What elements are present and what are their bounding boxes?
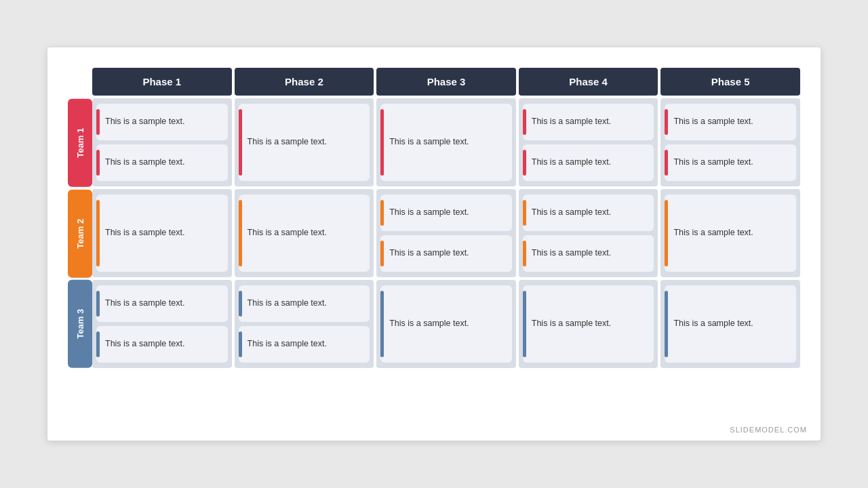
card-text: This is a sample text. (673, 291, 791, 357)
team-label-1: Team 1 (68, 99, 92, 187)
card-text: This is a sample text. (532, 109, 649, 135)
card-team1-phase1-2: This is a sample text. (96, 144, 228, 181)
card-team2-phase4-1: This is a sample text. (523, 195, 654, 231)
card-accent (380, 200, 384, 226)
card-team3-phase3-1: This is a sample text. (380, 285, 512, 363)
cell-team3-phase1: This is a sample text.This is a sample t… (92, 280, 232, 368)
card-accent (380, 109, 384, 176)
card-accent (239, 109, 242, 176)
card-accent (523, 200, 526, 226)
row-team3: This is a sample text.This is a sample t… (92, 280, 800, 368)
card-team3-phase1-2: This is a sample text. (96, 326, 228, 363)
card-text: This is a sample text. (673, 150, 791, 176)
cell-team3-phase4: This is a sample text. (519, 280, 658, 368)
cell-team3-phase3: This is a sample text. (376, 280, 516, 368)
card-accent (96, 109, 100, 135)
card-team2-phase3-1: This is a sample text. (380, 195, 512, 231)
card-text: This is a sample text. (673, 109, 791, 135)
phase-header-5: Phase 5 (660, 68, 800, 96)
card-text: This is a sample text. (389, 200, 507, 226)
slide: Team 1Team 2Team 3 Phase 1Phase 2Phase 3… (47, 47, 821, 441)
card-text: This is a sample text. (105, 150, 222, 176)
grid-wrapper: Team 1Team 2Team 3 Phase 1Phase 2Phase 3… (68, 68, 800, 368)
card-text: This is a sample text. (248, 109, 365, 176)
card-team2-phase1-1: This is a sample text. (96, 195, 228, 272)
card-accent (665, 291, 668, 357)
card-accent (665, 150, 668, 176)
team-label-2: Team 2 (68, 190, 92, 278)
card-team1-phase4-1: This is a sample text. (523, 104, 654, 140)
card-text: This is a sample text. (105, 200, 222, 266)
card-team1-phase5-1: This is a sample text. (665, 104, 796, 140)
cell-team1-phase1: This is a sample text.This is a sample t… (92, 98, 232, 186)
card-text: This is a sample text. (105, 109, 222, 135)
card-team1-phase4-2: This is a sample text. (523, 144, 654, 181)
card-text: This is a sample text. (389, 241, 507, 266)
card-text: This is a sample text. (389, 109, 507, 176)
card-text: This is a sample text. (248, 331, 365, 357)
card-accent (239, 331, 242, 357)
card-accent (523, 241, 526, 266)
card-accent (96, 200, 100, 266)
card-text: This is a sample text. (532, 200, 649, 226)
team-labels-column: Team 1Team 2Team 3 (68, 99, 92, 368)
team-label-3: Team 3 (68, 280, 92, 368)
phase-header-1: Phase 1 (92, 68, 232, 96)
card-accent (523, 109, 526, 135)
card-text: This is a sample text. (532, 150, 649, 176)
card-text: This is a sample text. (105, 291, 222, 317)
card-team3-phase1-1: This is a sample text. (96, 285, 228, 322)
cell-team2-phase5: This is a sample text. (660, 189, 800, 277)
card-team1-phase2-1: This is a sample text. (239, 104, 370, 181)
card-accent (239, 200, 242, 266)
card-text: This is a sample text. (248, 200, 365, 266)
card-team3-phase2-2: This is a sample text. (239, 326, 370, 363)
card-text: This is a sample text. (105, 331, 222, 357)
card-team1-phase1-1: This is a sample text. (96, 104, 228, 140)
cell-team1-phase5: This is a sample text.This is a sample t… (660, 98, 800, 186)
card-text: This is a sample text. (389, 291, 507, 357)
phase-header-3: Phase 3 (376, 68, 516, 96)
header-row: Phase 1Phase 2Phase 3Phase 4Phase 5 (92, 68, 800, 96)
cell-team3-phase5: This is a sample text. (660, 280, 800, 368)
card-accent (96, 150, 100, 176)
card-accent (380, 291, 384, 357)
card-team3-phase2-1: This is a sample text. (239, 285, 370, 322)
card-text: This is a sample text. (673, 200, 791, 266)
watermark: SLIDEMODEL.COM (730, 426, 807, 434)
card-accent (665, 200, 668, 266)
phase-header-4: Phase 4 (519, 68, 658, 96)
card-team2-phase2-1: This is a sample text. (239, 195, 370, 272)
card-text: This is a sample text. (532, 241, 649, 266)
card-team1-phase5-2: This is a sample text. (665, 144, 796, 181)
card-team3-phase5-1: This is a sample text. (665, 285, 796, 363)
phase-header-2: Phase 2 (235, 68, 374, 96)
cell-team1-phase4: This is a sample text.This is a sample t… (519, 98, 658, 186)
card-accent (96, 331, 100, 357)
card-text: This is a sample text. (532, 291, 649, 357)
card-accent (523, 291, 526, 357)
row-team1: This is a sample text.This is a sample t… (92, 98, 800, 186)
cell-team2-phase1: This is a sample text. (92, 189, 232, 277)
card-team1-phase3-1: This is a sample text. (380, 104, 512, 181)
card-text: This is a sample text. (248, 291, 365, 317)
main-grid: Phase 1Phase 2Phase 3Phase 4Phase 5 This… (92, 68, 800, 368)
card-accent (523, 150, 526, 176)
card-accent (665, 109, 668, 135)
card-team2-phase4-2: This is a sample text. (523, 235, 654, 272)
cell-team1-phase3: This is a sample text. (376, 98, 516, 186)
cell-team1-phase2: This is a sample text. (235, 98, 374, 186)
cell-team2-phase3: This is a sample text.This is a sample t… (376, 189, 516, 277)
card-accent (380, 241, 384, 266)
cell-team2-phase2: This is a sample text. (235, 189, 374, 277)
card-team3-phase4-1: This is a sample text. (523, 285, 654, 363)
cell-team3-phase2: This is a sample text.This is a sample t… (235, 280, 374, 368)
data-rows: This is a sample text.This is a sample t… (92, 98, 800, 368)
card-team2-phase5-1: This is a sample text. (665, 195, 796, 272)
card-accent (239, 291, 242, 317)
card-team2-phase3-2: This is a sample text. (380, 235, 512, 272)
row-team2: This is a sample text.This is a sample t… (92, 189, 800, 277)
card-accent (96, 291, 100, 317)
cell-team2-phase4: This is a sample text.This is a sample t… (519, 189, 658, 277)
